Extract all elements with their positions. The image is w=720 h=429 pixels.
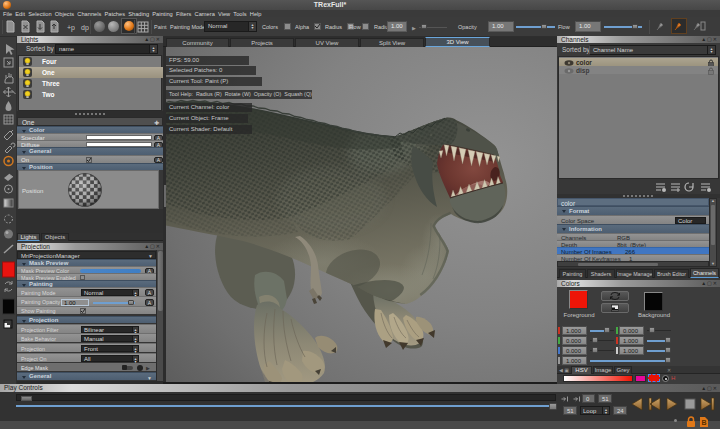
svg-text:B: B	[702, 419, 707, 426]
svg-text:+p: +p	[67, 24, 75, 32]
svg-text:dp: dp	[81, 24, 89, 32]
